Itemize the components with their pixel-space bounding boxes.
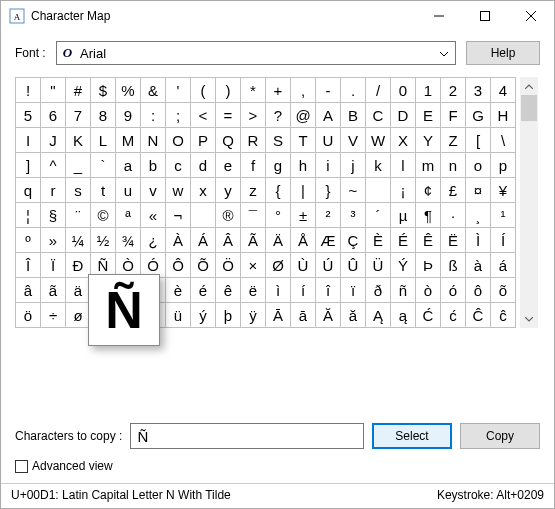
character-cell[interactable]: R bbox=[241, 128, 266, 153]
character-cell[interactable]: ¶ bbox=[416, 203, 441, 228]
character-cell[interactable]: ß bbox=[441, 253, 466, 278]
character-cell[interactable]: - bbox=[316, 78, 341, 103]
character-cell[interactable]: Ć bbox=[416, 303, 441, 328]
character-cell[interactable]: 7 bbox=[66, 103, 91, 128]
character-cell[interactable]: y bbox=[216, 178, 241, 203]
character-cell[interactable]: M bbox=[116, 128, 141, 153]
character-cell[interactable]: ; bbox=[166, 103, 191, 128]
character-cell[interactable]: b bbox=[141, 153, 166, 178]
character-cell[interactable]: 3 bbox=[466, 78, 491, 103]
character-cell[interactable]: , bbox=[291, 78, 316, 103]
character-cell[interactable]: % bbox=[116, 78, 141, 103]
character-cell[interactable]: þ bbox=[216, 303, 241, 328]
character-cell[interactable]: ü bbox=[166, 303, 191, 328]
character-cell[interactable]: W bbox=[366, 128, 391, 153]
character-cell[interactable]: ´ bbox=[366, 203, 391, 228]
character-cell[interactable]: j bbox=[341, 153, 366, 178]
character-cell[interactable]: è bbox=[166, 278, 191, 303]
character-cell[interactable]: é bbox=[191, 278, 216, 303]
character-cell[interactable]: i bbox=[316, 153, 341, 178]
character-cell[interactable]: p bbox=[491, 153, 516, 178]
minimize-button[interactable] bbox=[416, 1, 462, 31]
character-cell[interactable]: } bbox=[316, 178, 341, 203]
character-cell[interactable]: 9 bbox=[116, 103, 141, 128]
character-cell[interactable]: Ê bbox=[416, 228, 441, 253]
character-cell[interactable]: C bbox=[366, 103, 391, 128]
character-cell[interactable]: Å bbox=[291, 228, 316, 253]
character-cell[interactable]: x bbox=[191, 178, 216, 203]
character-cell[interactable]: Ô bbox=[166, 253, 191, 278]
character-cell[interactable]: ç bbox=[141, 278, 166, 303]
character-cell[interactable]: Þ bbox=[416, 253, 441, 278]
character-cell[interactable]: A bbox=[316, 103, 341, 128]
character-cell[interactable]: ~ bbox=[341, 178, 366, 203]
character-cell[interactable]: ø bbox=[66, 303, 91, 328]
character-cell[interactable]: E bbox=[416, 103, 441, 128]
character-cell[interactable]: T bbox=[291, 128, 316, 153]
character-cell[interactable]: 6 bbox=[41, 103, 66, 128]
character-cell[interactable]: Ø bbox=[266, 253, 291, 278]
character-cell[interactable] bbox=[366, 178, 391, 203]
character-cell[interactable]: À bbox=[166, 228, 191, 253]
select-button[interactable]: Select bbox=[372, 423, 452, 449]
character-cell[interactable]: Î bbox=[16, 253, 41, 278]
character-cell[interactable]: ÿ bbox=[241, 303, 266, 328]
character-cell[interactable]: Z bbox=[441, 128, 466, 153]
character-cell[interactable]: N bbox=[141, 128, 166, 153]
character-cell[interactable]: h bbox=[291, 153, 316, 178]
character-cell[interactable]: § bbox=[41, 203, 66, 228]
character-cell[interactable]: Ä bbox=[266, 228, 291, 253]
character-cell[interactable]: [ bbox=[466, 128, 491, 153]
character-cell[interactable]: ¢ bbox=[416, 178, 441, 203]
character-cell[interactable]: r bbox=[41, 178, 66, 203]
character-cell[interactable]: ² bbox=[316, 203, 341, 228]
character-cell[interactable]: à bbox=[466, 253, 491, 278]
character-cell[interactable]: ô bbox=[466, 278, 491, 303]
character-cell[interactable]: 0 bbox=[391, 78, 416, 103]
character-cell[interactable]: â bbox=[16, 278, 41, 303]
character-cell[interactable]: ñ bbox=[391, 278, 416, 303]
character-cell[interactable]: × bbox=[241, 253, 266, 278]
character-cell[interactable]: n bbox=[441, 153, 466, 178]
character-cell[interactable]: ö bbox=[16, 303, 41, 328]
character-cell[interactable]: Ü bbox=[366, 253, 391, 278]
character-cell[interactable]: _ bbox=[66, 153, 91, 178]
character-cell[interactable]: V bbox=[341, 128, 366, 153]
character-cell[interactable]: { bbox=[266, 178, 291, 203]
character-cell[interactable]: ć bbox=[441, 303, 466, 328]
copy-button[interactable]: Copy bbox=[460, 423, 540, 449]
character-cell[interactable]: U bbox=[316, 128, 341, 153]
help-button[interactable]: Help bbox=[466, 41, 540, 65]
character-cell[interactable]: + bbox=[266, 78, 291, 103]
character-cell[interactable]: ë bbox=[241, 278, 266, 303]
character-cell[interactable]: £ bbox=[441, 178, 466, 203]
character-cell[interactable]: å bbox=[91, 278, 116, 303]
character-cell[interactable]: > bbox=[241, 103, 266, 128]
character-cell[interactable]: ¾ bbox=[116, 228, 141, 253]
character-cell[interactable]: ¨ bbox=[66, 203, 91, 228]
character-cell[interactable]: Ð bbox=[66, 253, 91, 278]
character-cell[interactable]: Ā bbox=[266, 303, 291, 328]
character-cell[interactable]: æ bbox=[116, 278, 141, 303]
character-cell[interactable]: Ù bbox=[291, 253, 316, 278]
character-cell[interactable]: P bbox=[191, 128, 216, 153]
character-cell[interactable]: v bbox=[141, 178, 166, 203]
character-cell[interactable]: # bbox=[66, 78, 91, 103]
character-cell[interactable]: : bbox=[141, 103, 166, 128]
character-cell[interactable]: ú bbox=[116, 303, 141, 328]
character-cell[interactable]: ù bbox=[91, 303, 116, 328]
character-cell[interactable]: Ú bbox=[316, 253, 341, 278]
character-cell[interactable]: o bbox=[466, 153, 491, 178]
character-cell[interactable]: ¤ bbox=[466, 178, 491, 203]
character-cell[interactable]: Í bbox=[491, 228, 516, 253]
character-cell[interactable]: ° bbox=[266, 203, 291, 228]
character-cell[interactable]: ± bbox=[291, 203, 316, 228]
character-cell[interactable]: · bbox=[441, 203, 466, 228]
character-cell[interactable]: z bbox=[241, 178, 266, 203]
character-cell[interactable]: s bbox=[66, 178, 91, 203]
character-cell[interactable]: 2 bbox=[441, 78, 466, 103]
character-cell[interactable]: t bbox=[91, 178, 116, 203]
character-cell[interactable]: Ì bbox=[466, 228, 491, 253]
character-cell[interactable]: ¡ bbox=[391, 178, 416, 203]
character-cell[interactable]: ð bbox=[366, 278, 391, 303]
